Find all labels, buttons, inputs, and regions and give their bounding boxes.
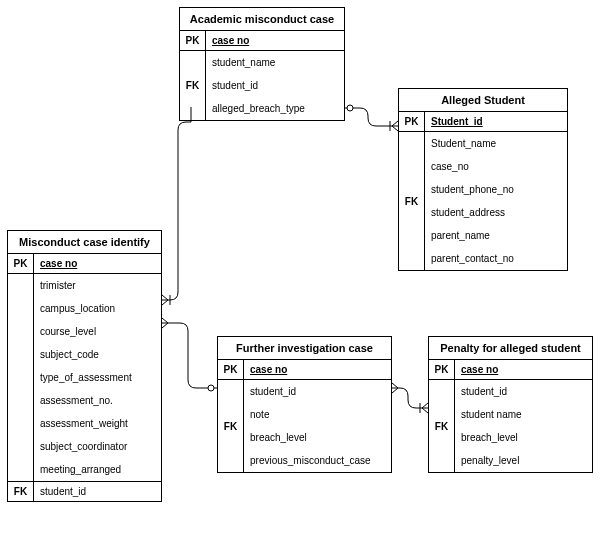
pk-attr: case no [206,31,344,50]
attr: course_level [34,320,161,343]
attr: subject_code [34,343,161,366]
pk-marker: PK [8,254,34,273]
attr: assessment_no. [34,389,161,412]
entity-investigation: Further investigation case PK case no FK… [217,336,392,473]
fk-marker: FK [399,132,425,270]
fk-marker: FK [180,51,206,120]
svg-line-7 [162,318,168,323]
blank-marker [8,274,34,481]
attr: student_id [206,74,344,97]
svg-point-9 [208,385,214,391]
attr: assessment_weight [34,412,161,435]
entity-penalty: Penalty for alleged student PK case no F… [428,336,593,473]
svg-line-8 [162,323,168,328]
fk-marker: FK [218,380,244,472]
attr: breach_level [244,426,391,449]
entity-title: Misconduct case identify [8,231,161,254]
svg-point-0 [347,105,353,111]
pk-row: PK case no [218,360,391,380]
attrs-block: FK Student_name case_no student_phone_no… [399,132,567,270]
attrs-block: FK student_id note breach_level previous… [218,380,391,472]
pk-attr: case no [455,360,592,379]
pk-row: PK case no [8,254,161,274]
attr: student_id [455,380,592,403]
svg-line-11 [392,388,398,393]
attr: parent_contact_no [425,247,567,270]
attr: student_name [206,51,344,74]
attr: type_of_assessment [34,366,161,389]
pk-attr: case no [34,254,161,273]
pk-marker: PK [399,112,425,131]
pk-marker: PK [429,360,455,379]
pk-marker: PK [218,360,244,379]
attr: previous_misconduct_case [244,449,391,472]
attr: student_phone_no [425,178,567,201]
pk-row: PK Student_id [399,112,567,132]
attr: alleged_breach_type [206,97,344,120]
entity-title: Academic misconduct case [180,8,344,31]
fk-row: FK student_id [8,482,161,501]
attr: meeting_arranged [34,458,161,481]
attr: penalty_level [455,449,592,472]
attr: parent_name [425,224,567,247]
pk-attr: case no [244,360,391,379]
pk-attr: Student_id [425,112,567,131]
entity-title: Alleged Student [399,89,567,112]
pk-row: PK case no [429,360,592,380]
pk-row: PK case no [180,31,344,51]
svg-line-5 [162,300,168,305]
entity-alleged-student: Alleged Student PK Student_id FK Student… [398,88,568,271]
attr: case_no [425,155,567,178]
attr: subject_coordinator [34,435,161,458]
attr: student_id [244,380,391,403]
attr: note [244,403,391,426]
pk-marker: PK [180,31,206,50]
attr: student_address [425,201,567,224]
attr: trimister [34,274,161,297]
entity-title: Penalty for alleged student [429,337,592,360]
attr: campus_location [34,297,161,320]
fk-marker: FK [429,380,455,472]
entity-title: Further investigation case [218,337,391,360]
fk-marker: FK [8,482,34,501]
entity-academic-misconduct: Academic misconduct case PK case no FK s… [179,7,345,121]
attr: Student_name [425,132,567,155]
attrs-block: FK student_name student_id alleged_breac… [180,51,344,120]
attr: student_id [34,482,161,501]
attrs-block: trimister campus_location course_level s… [8,274,161,482]
svg-line-10 [392,383,398,388]
attrs-block: FK student_id student name breach_level … [429,380,592,472]
svg-line-4 [162,295,168,300]
attr: student name [455,403,592,426]
attr: breach_level [455,426,592,449]
entity-misconduct-identify: Misconduct case identify PK case no trim… [7,230,162,502]
